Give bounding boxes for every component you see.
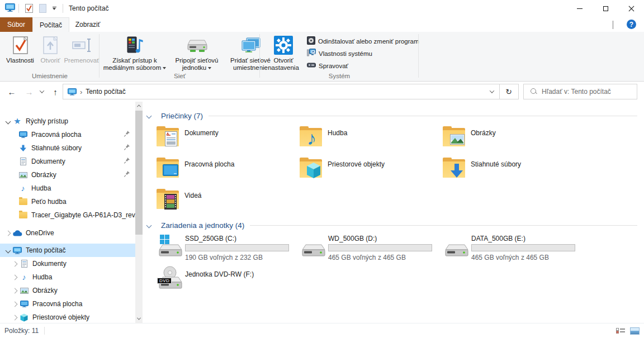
sidebar-item-label: OneDrive (26, 229, 135, 237)
folder-tile-3d-objects[interactable]: Priestorové objekty (299, 158, 439, 187)
tab-file[interactable]: Súbor (0, 17, 32, 32)
details-view-button[interactable] (615, 327, 626, 335)
chevron-collapsed-icon[interactable] (12, 315, 17, 320)
sidebar-scrollbar[interactable] (135, 102, 143, 323)
chevron-expanded-icon[interactable] (5, 247, 11, 253)
forward-arrow-icon: → (25, 88, 34, 96)
drive-tile-d[interactable]: WD_500GB (D:) 465 GB voľných z 465 GB (299, 235, 440, 264)
scroll-up-button[interactable] (135, 102, 143, 110)
search-input[interactable] (542, 88, 631, 96)
sidebar-item-desktop[interactable]: Pracovná plocha (0, 128, 135, 141)
tab-view[interactable]: Zobraziť (69, 17, 106, 32)
manage-button[interactable]: Spravovať (307, 60, 348, 72)
folder-tile-music[interactable]: ♪ Hudba (299, 126, 439, 155)
open-button[interactable]: Otvoriť (36, 34, 65, 64)
chevron-collapsed-icon[interactable] (12, 261, 17, 266)
chevron-collapsed-icon[interactable] (5, 230, 11, 236)
sidebar-item-music[interactable]: ♪ Hudba (0, 182, 135, 195)
sidebar-item-label: Obrázky (31, 171, 122, 179)
chevron-expanded-icon[interactable] (5, 118, 11, 124)
chevron-collapsed-icon[interactable] (12, 274, 17, 280)
up-button[interactable]: ↑ (47, 84, 64, 99)
scroll-down-button[interactable] (135, 315, 143, 323)
folder-tile-downloads[interactable]: Stiahnuté súbory (442, 158, 582, 187)
back-button[interactable]: ← (2, 84, 21, 99)
drive-tile-e[interactable]: DATA_500GB (E:) 465 GB voľných z 465 GB (442, 235, 583, 264)
drive-free-space: 465 GB voľných z 465 GB (328, 254, 406, 261)
sidebar-item-this-pc[interactable]: Tento počítač (0, 244, 135, 257)
drive-name: SSD_250GB (C:) (185, 235, 236, 242)
address-dropdown-button[interactable] (485, 84, 499, 99)
sidebar-item-this-pc-documents[interactable]: Dokumenty (0, 257, 135, 270)
folder-tile-pictures[interactable]: Obrázky (442, 126, 582, 155)
qat-new-folder-icon[interactable] (36, 2, 49, 15)
media-access-button[interactable]: Získať prístup k mediálnym súborom (102, 34, 168, 72)
rename-button[interactable]: Premenovať (65, 34, 98, 64)
folder-icon (18, 212, 28, 218)
sidebar-item-label: Pracovná plocha (32, 300, 135, 308)
sidebar-item-peto-hudba[interactable]: Peťo hudba (0, 195, 135, 208)
sidebar-item-this-pc-pictures[interactable]: Obrázky (0, 284, 135, 297)
maximize-button[interactable] (593, 0, 618, 17)
sidebar-item-tracer-gigabyte[interactable]: Tracer_Gigabyte GA-P61A-D3_rev.2... (0, 208, 135, 222)
chevron-collapsed-icon[interactable] (12, 301, 17, 307)
chevron-expanded-icon[interactable] (146, 113, 152, 118)
music-note-icon: ♪ (18, 184, 28, 193)
forward-button[interactable]: → (21, 84, 37, 99)
sidebar-item-this-pc-3d-objects[interactable]: Priestorové objekty (0, 311, 135, 323)
open-settings-button[interactable]: Otvoriť nastavenia (263, 34, 304, 72)
this-pc-icon (5, 3, 15, 13)
breadcrumb-location[interactable]: Tento počítač (86, 88, 125, 96)
tab-computer[interactable]: Počítač (32, 17, 69, 32)
chevron-collapsed-icon[interactable] (12, 288, 17, 293)
sidebar-item-documents[interactable]: Dokumenty (0, 155, 135, 168)
folder-tile-videos[interactable]: Videá (156, 189, 296, 218)
help-button[interactable]: ? (627, 20, 636, 29)
system-properties-button[interactable]: Vlastnosti systému (307, 47, 372, 59)
properties-button[interactable]: Vlastnosti (4, 34, 36, 64)
sidebar-item-onedrive[interactable]: OneDrive (0, 226, 135, 240)
qat-customize-dropdown-icon[interactable] (49, 2, 59, 15)
sidebar-item-this-pc-desktop[interactable]: Pracovná plocha (0, 297, 135, 311)
system-properties-icon (307, 49, 316, 58)
sidebar-item-pictures[interactable]: Obrázky (0, 168, 135, 182)
drive-tile-dvd[interactable]: DVD Jednotka DVD-RW (F:) (156, 266, 297, 295)
qat-properties-icon[interactable] (22, 2, 36, 15)
sidebar-item-downloads[interactable]: Stiahnuté súbory (0, 141, 135, 155)
sidebar-item-quick-access[interactable]: ★ Rýchly prístup (0, 115, 135, 128)
close-button[interactable] (618, 0, 644, 17)
search-box[interactable] (523, 84, 637, 99)
chevron-expanded-icon[interactable] (146, 222, 152, 228)
refresh-button[interactable]: ↻ (499, 84, 519, 99)
chevron-down-icon (40, 88, 44, 93)
drive-free-space: 190 GB voľných z 232 GB (185, 254, 263, 261)
dropdown-arrow-icon (208, 67, 211, 69)
folder-tile-desktop[interactable]: Pracovná plocha (156, 158, 296, 187)
ribbon-group-network: Získať prístup k mediálnym súborom Pripo… (100, 32, 260, 81)
section-header-folders[interactable]: Priečinky (7) (147, 111, 637, 121)
minimize-button[interactable] (567, 0, 593, 17)
folder-label: Obrázky (471, 129, 496, 155)
dropdown-arrow-icon (163, 67, 166, 69)
recent-locations-button[interactable] (37, 84, 47, 99)
ribbon-tabstrip: Súbor Počítač Zobraziť ? (0, 17, 644, 32)
collapse-ribbon-button[interactable] (613, 21, 621, 29)
section-header-devices[interactable]: Zariadenia a jednotky (4) (147, 220, 637, 230)
folder-tile-documents[interactable]: Dokumenty (156, 126, 296, 155)
folder-label: Videá (184, 192, 201, 218)
large-icons-view-button[interactable] (630, 327, 640, 335)
address-bar[interactable]: › Tento počítač (63, 84, 500, 99)
files-pane: Priečinky (7) Dokumenty ♪ Hudba (143, 102, 644, 323)
chevron-up-icon (613, 21, 613, 29)
drive-tile-c[interactable]: SSD_250GB (C:) 190 GB voľných z 232 GB (156, 235, 297, 264)
uninstall-program-button[interactable]: Odinštalovať alebo zmeniť program (307, 35, 419, 47)
items-count: Položky: 11 (4, 327, 39, 335)
folder-icon (18, 198, 28, 205)
map-network-drive-button[interactable]: Pripojiť sieťovú jednotku (169, 34, 225, 72)
rename-label: Premenovať (64, 57, 99, 64)
quick-access-star-icon: ★ (12, 116, 22, 126)
scrollbar-thumb[interactable] (135, 111, 143, 235)
sidebar-item-label: Dokumenty (31, 158, 122, 165)
rename-icon (72, 35, 91, 55)
sidebar-item-this-pc-music[interactable]: ♪ Hudba (0, 270, 135, 284)
